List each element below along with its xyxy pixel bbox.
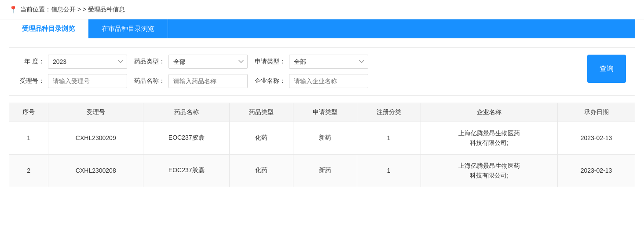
form-row-1: 年 度： 2023 2022 2021 2020 药品类型： 全部 化药 — [18, 55, 578, 69]
form-row-2: 受理号： 药品名称： 企业名称： — [18, 74, 578, 88]
drug-type-label: 药品类型： — [134, 58, 165, 66]
accept-no-input[interactable] — [48, 74, 127, 88]
cell-seq: 1 — [9, 122, 48, 155]
cell-apply-type: 新药 — [293, 122, 357, 155]
col-drug-name: 药品名称 — [143, 103, 230, 122]
company-label: 企业名称： — [255, 77, 285, 85]
form-group-accept-no: 受理号： — [18, 74, 127, 88]
cell-company: 上海亿腾景昂生物医药科技有限公司; — [421, 154, 558, 187]
col-apply-type: 申请类型 — [293, 103, 357, 122]
apply-type-select[interactable]: 全部 新药 仿制药 进口药 — [289, 55, 368, 69]
cell-apply-type: 新药 — [293, 154, 357, 187]
cell-reg-class: 1 — [357, 122, 421, 155]
year-label: 年 度： — [18, 58, 44, 66]
cell-accept-no: CXHL2300209 — [48, 122, 143, 155]
cell-drug-name: EOC237胶囊 — [143, 122, 230, 155]
cell-drug-type: 化药 — [230, 122, 293, 155]
cell-reg-class: 1 — [357, 154, 421, 187]
form-group-company: 企业名称： — [255, 74, 368, 88]
cell-company: 上海亿腾景昂生物医药科技有限公司; — [421, 122, 558, 155]
search-form: 年 度： 2023 2022 2021 2020 药品类型： 全部 化药 — [9, 47, 635, 96]
drug-name-label: 药品名称： — [134, 77, 165, 85]
form-fields: 年 度： 2023 2022 2021 2020 药品类型： 全部 化药 — [18, 55, 578, 88]
form-rows-wrapper: 年 度： 2023 2022 2021 2020 药品类型： 全部 化药 — [18, 55, 626, 88]
form-group-year: 年 度： 2023 2022 2021 2020 — [18, 55, 127, 69]
cell-date: 2023-02-13 — [558, 122, 635, 155]
data-table: 序号 受理号 药品名称 药品类型 申请类型 注册分类 企业名称 承办日期 1 C… — [9, 103, 635, 187]
main-container: 受理品种目录浏览 在审品种目录浏览 年 度： 2023 2022 2021 20… — [0, 19, 644, 196]
breadcrumb: 📍 当前位置：信息公开 > > 受理品种信息 — [0, 0, 644, 19]
tab-review-catalog[interactable]: 在审品种目录浏览 — [88, 19, 168, 38]
drug-type-select[interactable]: 全部 化药 中药 生物制品 — [168, 55, 248, 69]
col-date: 承办日期 — [558, 103, 635, 122]
cell-accept-no: CXHL2300208 — [48, 154, 143, 187]
table-row: 2 CXHL2300208 EOC237胶囊 化药 新药 1 上海亿腾景昂生物医… — [9, 154, 635, 187]
tab-accept-catalog[interactable]: 受理品种目录浏览 — [9, 19, 88, 38]
query-button[interactable]: 查询 — [587, 55, 626, 83]
cell-drug-name: EOC237胶囊 — [143, 154, 230, 187]
col-drug-type: 药品类型 — [230, 103, 293, 122]
location-icon: 📍 — [9, 5, 18, 14]
col-accept-no: 受理号 — [48, 103, 143, 122]
cell-seq: 2 — [9, 154, 48, 187]
col-seq: 序号 — [9, 103, 48, 122]
form-group-apply-type: 申请类型： 全部 新药 仿制药 进口药 — [255, 55, 368, 69]
form-group-drug-type: 药品类型： 全部 化药 中药 生物制品 — [134, 55, 248, 69]
col-company: 企业名称 — [421, 103, 558, 122]
form-group-drug-name: 药品名称： — [134, 74, 248, 88]
table-header-row: 序号 受理号 药品名称 药品类型 申请类型 注册分类 企业名称 承办日期 — [9, 103, 635, 122]
drug-name-input[interactable] — [168, 74, 248, 88]
company-input[interactable] — [289, 74, 368, 88]
breadcrumb-text: 当前位置：信息公开 > > 受理品种信息 — [20, 6, 125, 14]
accept-no-label: 受理号： — [18, 77, 44, 85]
tabs-bar: 受理品种目录浏览 在审品种目录浏览 — [9, 19, 635, 38]
col-reg-class: 注册分类 — [357, 103, 421, 122]
year-select[interactable]: 2023 2022 2021 2020 — [48, 55, 127, 69]
cell-drug-type: 化药 — [230, 154, 293, 187]
cell-date: 2023-02-13 — [558, 154, 635, 187]
apply-type-label: 申请类型： — [255, 58, 285, 66]
table-row: 1 CXHL2300209 EOC237胶囊 化药 新药 1 上海亿腾景昂生物医… — [9, 122, 635, 155]
